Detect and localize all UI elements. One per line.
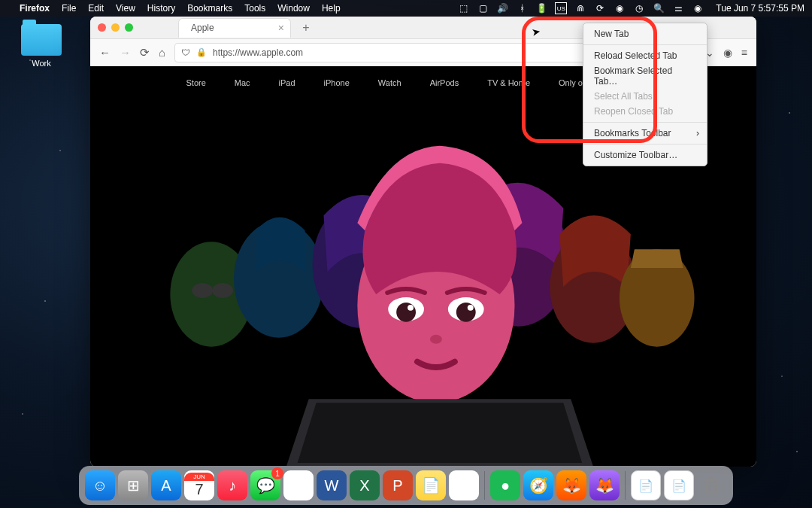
new-tab-button[interactable]: + bbox=[298, 21, 314, 35]
dock-launchpad[interactable]: ⊞ bbox=[118, 470, 148, 500]
dock-music[interactable]: ♪ bbox=[217, 470, 247, 500]
ctx-separator bbox=[583, 44, 707, 45]
account-button[interactable]: ◉ bbox=[723, 47, 732, 59]
lock-icon[interactable]: 🔒 bbox=[196, 47, 207, 57]
dock-notes[interactable]: 📄 bbox=[416, 470, 446, 500]
nav-ipad[interactable]: iPad bbox=[279, 78, 295, 87]
dock-file-1[interactable]: 📄 bbox=[631, 470, 661, 500]
ctx-bookmarks-toolbar[interactable]: Bookmarks Toolbar› bbox=[583, 126, 707, 141]
dock-safari[interactable]: 🧭 bbox=[523, 470, 553, 500]
dock-firefox[interactable]: 🦊 bbox=[556, 470, 586, 500]
menu-help[interactable]: Help bbox=[322, 3, 341, 14]
dock-finder[interactable]: ☺ bbox=[85, 470, 115, 500]
dock-excel[interactable]: X bbox=[350, 470, 380, 500]
volume-icon[interactable]: 🔊 bbox=[496, 2, 508, 14]
app-name[interactable]: Firefox bbox=[20, 3, 50, 14]
search-icon[interactable]: 🔍 bbox=[653, 2, 665, 14]
sync-icon[interactable]: ⟳ bbox=[594, 2, 606, 14]
dock-chrome[interactable]: ◉ bbox=[283, 470, 314, 500]
app-menu-button[interactable]: ≡ bbox=[741, 47, 747, 59]
menu-history[interactable]: History bbox=[147, 3, 175, 14]
siri-icon[interactable]: ◉ bbox=[692, 2, 704, 14]
bluetooth-icon[interactable]: ᚼ bbox=[516, 2, 528, 14]
menu-bookmarks[interactable]: Bookmarks bbox=[187, 3, 232, 14]
back-button[interactable]: ← bbox=[99, 46, 111, 59]
ctx-separator bbox=[583, 122, 707, 123]
maximize-window-button[interactable] bbox=[125, 23, 133, 32]
cal-month: JUN bbox=[184, 473, 214, 481]
ctx-new-tab[interactable]: New Tab bbox=[583, 26, 707, 41]
nav-mac[interactable]: Mac bbox=[235, 78, 250, 87]
wifi-icon[interactable]: ⋒ bbox=[574, 2, 586, 14]
dock-slack[interactable]: # bbox=[449, 470, 479, 500]
dock-appstore[interactable]: A bbox=[151, 470, 181, 500]
dropbox-icon[interactable]: ⬚ bbox=[457, 2, 469, 14]
nav-iphone[interactable]: iPhone bbox=[324, 78, 350, 87]
desktop-folder-work[interactable]: Work bbox=[15, 24, 68, 68]
forward-button[interactable]: → bbox=[120, 46, 131, 59]
dock-powerpoint[interactable]: P bbox=[383, 470, 413, 500]
dock-trash[interactable]: 🗑 bbox=[697, 470, 727, 500]
menu-view[interactable]: View bbox=[116, 3, 135, 14]
window-controls bbox=[98, 23, 133, 32]
svg-point-15 bbox=[430, 335, 442, 344]
reload-button[interactable]: ⟳ bbox=[140, 46, 150, 59]
display-icon[interactable]: ▢ bbox=[477, 2, 489, 14]
user-icon[interactable]: ◉ bbox=[614, 2, 626, 14]
svg-point-12 bbox=[456, 303, 476, 322]
home-button[interactable]: ⌂ bbox=[159, 46, 165, 59]
ctx-select-all-tabs: Select All Tabs bbox=[583, 89, 707, 104]
cal-day: 7 bbox=[195, 481, 203, 498]
folder-icon bbox=[21, 24, 62, 56]
ctx-customize-toolbar[interactable]: Customize Toolbar… bbox=[583, 148, 707, 163]
chevron-right-icon: › bbox=[696, 128, 699, 138]
svg-point-13 bbox=[408, 305, 414, 311]
menu-window[interactable]: Window bbox=[277, 3, 310, 14]
dock-messages[interactable]: 💬1 bbox=[250, 470, 280, 500]
dock-spotify[interactable]: ● bbox=[490, 470, 520, 500]
dock-file-2[interactable]: 📄 bbox=[664, 470, 694, 500]
msg-badge: 1 bbox=[271, 467, 283, 479]
nav-store[interactable]: Store bbox=[186, 78, 205, 87]
nav-watch[interactable]: Watch bbox=[378, 78, 401, 87]
ctx-reload-tab[interactable]: Reload Selected Tab bbox=[583, 48, 707, 63]
control-center-icon[interactable]: ⚌ bbox=[672, 2, 684, 14]
menu-tools[interactable]: Tools bbox=[244, 3, 265, 14]
dock-word[interactable]: W bbox=[317, 470, 347, 500]
nav-airpods[interactable]: AirPods bbox=[430, 78, 459, 87]
folder-label: Work bbox=[15, 59, 68, 68]
close-window-button[interactable] bbox=[98, 23, 106, 32]
close-tab-button[interactable]: × bbox=[278, 22, 284, 34]
tab-apple[interactable]: Apple × bbox=[178, 18, 291, 38]
minimize-window-button[interactable] bbox=[111, 23, 120, 32]
menu-edit[interactable]: Edit bbox=[88, 3, 104, 14]
macos-dock: ☺ ⊞ A JUN7 ♪ 💬1 ◉ W X P 📄 # ● 🧭 🦊 🦊 📄 📄 … bbox=[79, 466, 733, 505]
nav-tvhome[interactable]: TV & Home bbox=[487, 78, 530, 87]
dock-firefox-nightly[interactable]: 🦊 bbox=[589, 470, 620, 500]
ctx-separator bbox=[583, 144, 707, 144]
menu-file[interactable]: File bbox=[62, 3, 76, 14]
svg-point-11 bbox=[396, 303, 416, 322]
svg-point-14 bbox=[468, 305, 474, 311]
shield-icon[interactable]: 🛡 bbox=[181, 47, 190, 58]
dock-calendar[interactable]: JUN7 bbox=[184, 470, 214, 500]
ctx-bookmark-tab[interactable]: Bookmark Selected Tab… bbox=[583, 63, 707, 89]
dock-divider bbox=[484, 471, 485, 500]
battery-icon[interactable]: 🔋 bbox=[535, 2, 547, 14]
clock-icon[interactable]: ◷ bbox=[633, 2, 645, 14]
tab-context-menu: New Tab Reload Selected Tab Bookmark Sel… bbox=[583, 23, 707, 166]
menubar-clock[interactable]: Tue Jun 7 5:57:55 PM bbox=[716, 3, 804, 14]
ctx-bm-label: Bookmarks Toolbar bbox=[594, 128, 671, 138]
ctx-reopen-closed: Reopen Closed Tab bbox=[583, 104, 707, 119]
dock-divider bbox=[625, 471, 626, 500]
macos-menubar: Firefox File Edit View History Bookmarks… bbox=[0, 0, 812, 17]
svg-point-1 bbox=[192, 283, 213, 298]
tab-title: Apple bbox=[191, 23, 214, 33]
svg-point-2 bbox=[212, 283, 233, 298]
input-source-icon[interactable]: US bbox=[555, 2, 567, 14]
url-text: https://www.apple.com bbox=[213, 47, 303, 58]
